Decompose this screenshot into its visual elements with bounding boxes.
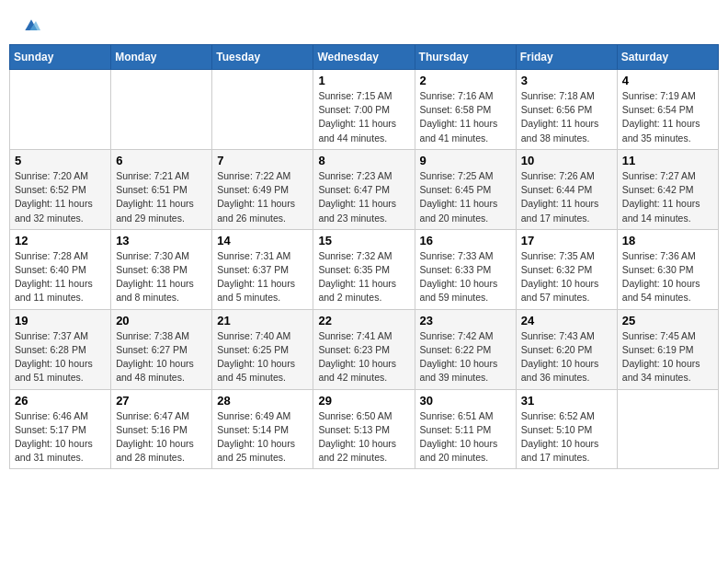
day-info: Sunrise: 7:31 AM Sunset: 6:37 PM Dayligh… xyxy=(217,249,308,305)
calendar-cell: 15Sunrise: 7:32 AM Sunset: 6:35 PM Dayli… xyxy=(313,229,415,309)
calendar-cell: 9Sunrise: 7:25 AM Sunset: 6:45 PM Daylig… xyxy=(415,149,516,229)
day-info: Sunrise: 7:30 AM Sunset: 6:38 PM Dayligh… xyxy=(116,249,207,305)
day-info: Sunrise: 7:32 AM Sunset: 6:35 PM Dayligh… xyxy=(318,249,409,305)
day-number: 21 xyxy=(217,314,308,327)
day-number: 2 xyxy=(420,74,511,87)
day-info: Sunrise: 7:19 AM Sunset: 6:54 PM Dayligh… xyxy=(622,89,713,145)
calendar-cell: 30Sunrise: 6:51 AM Sunset: 5:11 PM Dayli… xyxy=(415,389,516,469)
day-number: 13 xyxy=(116,234,207,247)
day-info: Sunrise: 6:52 AM Sunset: 5:10 PM Dayligh… xyxy=(521,409,612,465)
day-info: Sunrise: 7:35 AM Sunset: 6:32 PM Dayligh… xyxy=(521,249,612,305)
day-number: 14 xyxy=(217,234,308,247)
day-number: 27 xyxy=(116,394,207,408)
day-info: Sunrise: 7:27 AM Sunset: 6:42 PM Dayligh… xyxy=(622,169,713,225)
col-header-tuesday: Tuesday xyxy=(212,45,313,70)
calendar-header-row: SundayMondayTuesdayWednesdayThursdayFrid… xyxy=(10,45,719,70)
calendar-cell xyxy=(111,70,212,150)
calendar-cell: 4Sunrise: 7:19 AM Sunset: 6:54 PM Daylig… xyxy=(617,70,718,150)
day-number: 28 xyxy=(217,394,308,408)
day-info: Sunrise: 7:28 AM Sunset: 6:40 PM Dayligh… xyxy=(15,249,106,305)
day-info: Sunrise: 7:22 AM Sunset: 6:49 PM Dayligh… xyxy=(217,169,308,225)
col-header-saturday: Saturday xyxy=(617,45,718,70)
day-info: Sunrise: 7:16 AM Sunset: 6:58 PM Dayligh… xyxy=(420,89,511,145)
calendar-week-row: 5Sunrise: 7:20 AM Sunset: 6:52 PM Daylig… xyxy=(10,149,719,229)
calendar-cell: 11Sunrise: 7:27 AM Sunset: 6:42 PM Dayli… xyxy=(617,149,718,229)
day-number: 6 xyxy=(116,154,207,167)
calendar-table: SundayMondayTuesdayWednesdayThursdayFrid… xyxy=(9,44,719,469)
logo-icon xyxy=(22,17,40,35)
day-number: 24 xyxy=(521,314,612,327)
calendar-cell xyxy=(10,70,111,150)
calendar-cell: 2Sunrise: 7:16 AM Sunset: 6:58 PM Daylig… xyxy=(415,70,516,150)
day-number: 12 xyxy=(15,234,106,247)
calendar-cell xyxy=(212,70,313,150)
calendar-cell: 18Sunrise: 7:36 AM Sunset: 6:30 PM Dayli… xyxy=(617,229,718,309)
logo xyxy=(18,17,40,35)
calendar-week-row: 26Sunrise: 6:46 AM Sunset: 5:17 PM Dayli… xyxy=(10,389,719,469)
page-header xyxy=(9,9,719,39)
day-info: Sunrise: 6:50 AM Sunset: 5:13 PM Dayligh… xyxy=(318,409,409,465)
day-number: 23 xyxy=(420,314,511,327)
calendar-week-row: 1Sunrise: 7:15 AM Sunset: 7:00 PM Daylig… xyxy=(10,70,719,150)
calendar-cell: 20Sunrise: 7:38 AM Sunset: 6:27 PM Dayli… xyxy=(111,309,212,389)
day-info: Sunrise: 7:25 AM Sunset: 6:45 PM Dayligh… xyxy=(420,169,511,225)
day-number: 7 xyxy=(217,154,308,167)
calendar-cell: 8Sunrise: 7:23 AM Sunset: 6:47 PM Daylig… xyxy=(313,149,415,229)
day-info: Sunrise: 7:37 AM Sunset: 6:28 PM Dayligh… xyxy=(15,329,106,385)
day-info: Sunrise: 6:49 AM Sunset: 5:14 PM Dayligh… xyxy=(217,409,308,465)
day-info: Sunrise: 7:33 AM Sunset: 6:33 PM Dayligh… xyxy=(420,249,511,305)
day-info: Sunrise: 7:45 AM Sunset: 6:19 PM Dayligh… xyxy=(622,329,713,385)
day-number: 10 xyxy=(521,154,612,167)
calendar-cell: 10Sunrise: 7:26 AM Sunset: 6:44 PM Dayli… xyxy=(516,149,617,229)
day-info: Sunrise: 7:23 AM Sunset: 6:47 PM Dayligh… xyxy=(318,169,409,225)
col-header-thursday: Thursday xyxy=(415,45,516,70)
day-number: 1 xyxy=(318,74,409,87)
day-number: 9 xyxy=(420,154,511,167)
col-header-wednesday: Wednesday xyxy=(313,45,415,70)
calendar-cell: 27Sunrise: 6:47 AM Sunset: 5:16 PM Dayli… xyxy=(111,389,212,469)
calendar-cell: 25Sunrise: 7:45 AM Sunset: 6:19 PM Dayli… xyxy=(617,309,718,389)
day-info: Sunrise: 6:47 AM Sunset: 5:16 PM Dayligh… xyxy=(116,409,207,465)
col-header-sunday: Sunday xyxy=(10,45,111,70)
calendar-cell: 12Sunrise: 7:28 AM Sunset: 6:40 PM Dayli… xyxy=(10,229,111,309)
day-number: 15 xyxy=(318,234,409,247)
calendar-cell: 16Sunrise: 7:33 AM Sunset: 6:33 PM Dayli… xyxy=(415,229,516,309)
day-number: 17 xyxy=(521,234,612,247)
day-number: 29 xyxy=(318,394,409,408)
col-header-monday: Monday xyxy=(111,45,212,70)
day-info: Sunrise: 6:51 AM Sunset: 5:11 PM Dayligh… xyxy=(420,409,511,465)
day-number: 26 xyxy=(15,394,106,408)
day-number: 11 xyxy=(622,154,713,167)
calendar-cell: 21Sunrise: 7:40 AM Sunset: 6:25 PM Dayli… xyxy=(212,309,313,389)
day-info: Sunrise: 7:42 AM Sunset: 6:22 PM Dayligh… xyxy=(420,329,511,385)
day-number: 8 xyxy=(318,154,409,167)
day-number: 20 xyxy=(116,314,207,327)
calendar-cell: 23Sunrise: 7:42 AM Sunset: 6:22 PM Dayli… xyxy=(415,309,516,389)
day-info: Sunrise: 7:41 AM Sunset: 6:23 PM Dayligh… xyxy=(318,329,409,385)
day-info: Sunrise: 7:15 AM Sunset: 7:00 PM Dayligh… xyxy=(318,89,409,145)
calendar-cell: 28Sunrise: 6:49 AM Sunset: 5:14 PM Dayli… xyxy=(212,389,313,469)
calendar-cell: 13Sunrise: 7:30 AM Sunset: 6:38 PM Dayli… xyxy=(111,229,212,309)
day-info: Sunrise: 7:40 AM Sunset: 6:25 PM Dayligh… xyxy=(217,329,308,385)
col-header-friday: Friday xyxy=(516,45,617,70)
day-number: 25 xyxy=(622,314,713,327)
day-number: 3 xyxy=(521,74,612,87)
day-info: Sunrise: 7:21 AM Sunset: 6:51 PM Dayligh… xyxy=(116,169,207,225)
calendar-cell: 31Sunrise: 6:52 AM Sunset: 5:10 PM Dayli… xyxy=(516,389,617,469)
calendar-cell: 7Sunrise: 7:22 AM Sunset: 6:49 PM Daylig… xyxy=(212,149,313,229)
calendar-cell: 5Sunrise: 7:20 AM Sunset: 6:52 PM Daylig… xyxy=(10,149,111,229)
calendar-cell: 29Sunrise: 6:50 AM Sunset: 5:13 PM Dayli… xyxy=(313,389,415,469)
calendar-cell: 3Sunrise: 7:18 AM Sunset: 6:56 PM Daylig… xyxy=(516,70,617,150)
calendar-cell: 14Sunrise: 7:31 AM Sunset: 6:37 PM Dayli… xyxy=(212,229,313,309)
calendar-week-row: 12Sunrise: 7:28 AM Sunset: 6:40 PM Dayli… xyxy=(10,229,719,309)
day-info: Sunrise: 7:38 AM Sunset: 6:27 PM Dayligh… xyxy=(116,329,207,385)
day-number: 4 xyxy=(622,74,713,87)
day-info: Sunrise: 7:18 AM Sunset: 6:56 PM Dayligh… xyxy=(521,89,612,145)
day-number: 30 xyxy=(420,394,511,408)
day-info: Sunrise: 7:36 AM Sunset: 6:30 PM Dayligh… xyxy=(622,249,713,305)
calendar-week-row: 19Sunrise: 7:37 AM Sunset: 6:28 PM Dayli… xyxy=(10,309,719,389)
calendar-cell: 26Sunrise: 6:46 AM Sunset: 5:17 PM Dayli… xyxy=(10,389,111,469)
calendar-cell: 24Sunrise: 7:43 AM Sunset: 6:20 PM Dayli… xyxy=(516,309,617,389)
day-number: 16 xyxy=(420,234,511,247)
day-number: 22 xyxy=(318,314,409,327)
